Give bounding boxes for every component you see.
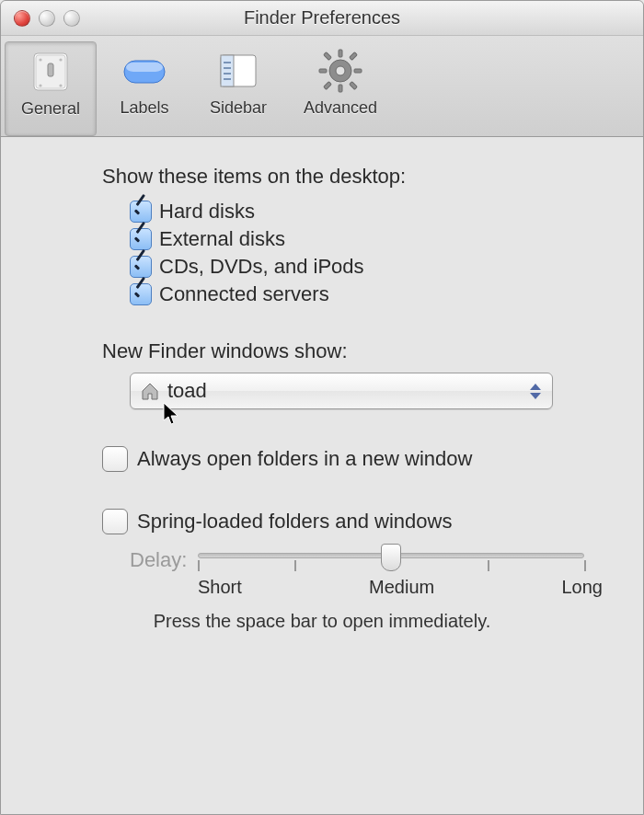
minimize-button[interactable] — [39, 10, 55, 27]
tab-general[interactable]: General — [5, 41, 97, 136]
preferences-window: Finder Preferences General — [0, 0, 644, 815]
popup-value: toad — [167, 379, 207, 403]
slider-thumb[interactable] — [381, 544, 401, 571]
slider-tick — [294, 560, 296, 571]
checkbox-external-disks[interactable] — [130, 228, 152, 250]
tab-label: Labels — [120, 98, 168, 118]
new-finder-window-popup[interactable]: toad — [130, 373, 553, 409]
sidebar-icon — [213, 45, 264, 97]
delay-slider[interactable] — [198, 544, 584, 577]
checkbox-row-external-disks: External disks — [130, 227, 606, 251]
tab-label: General — [21, 99, 80, 119]
label-pill-icon — [119, 45, 170, 97]
tab-label: Sidebar — [210, 98, 267, 118]
spring-loaded-hint: Press the space bar to open immediately. — [38, 611, 606, 632]
tab-advanced[interactable]: Advanced — [286, 41, 395, 136]
home-icon — [140, 381, 160, 401]
svg-rect-24 — [324, 82, 331, 89]
tick-label-medium: Medium — [242, 577, 562, 598]
checkbox-label: Always open folders in a new window — [137, 447, 472, 471]
svg-rect-20 — [354, 69, 362, 73]
checkbox-row-always-open: Always open folders in a new window — [102, 446, 606, 472]
checkbox-label: Connected servers — [159, 282, 329, 306]
svg-rect-19 — [319, 69, 327, 73]
checkbox-row-hard-disks: Hard disks — [130, 200, 606, 224]
close-button[interactable] — [14, 10, 30, 27]
checkbox-spring-loaded[interactable] — [102, 509, 128, 534]
checkbox-row-connected-servers: Connected servers — [130, 282, 606, 306]
tick-label-long: Long — [562, 577, 604, 598]
checkbox-label: Spring-loaded folders and windows — [137, 510, 452, 534]
svg-point-5 — [39, 84, 41, 86]
checkbox-row-cds-dvds-ipods: CDs, DVDs, and iPods — [130, 255, 606, 279]
svg-rect-23 — [350, 52, 357, 60]
slider-tick — [584, 560, 586, 571]
checkbox-label: External disks — [159, 227, 285, 251]
slider-tick — [198, 560, 200, 571]
svg-rect-21 — [324, 52, 331, 60]
checkbox-row-spring-loaded: Spring-loaded folders and windows — [102, 509, 606, 534]
checkbox-always-open-new-window[interactable] — [102, 446, 128, 472]
window-title: Finder Preferences — [1, 7, 643, 29]
gear-icon — [315, 45, 366, 97]
svg-rect-8 — [126, 63, 163, 72]
content-pane: Show these items on the desktop: Hard di… — [1, 137, 643, 650]
svg-point-4 — [59, 58, 62, 61]
switch-icon — [25, 46, 76, 98]
checkbox-label: Hard disks — [159, 200, 255, 224]
traffic-lights — [14, 10, 80, 27]
slider-tick — [488, 560, 489, 571]
tab-label: Advanced — [304, 98, 377, 118]
titlebar: Finder Preferences — [1, 1, 643, 36]
slider-tick-labels: Short Medium Long — [198, 577, 603, 598]
checkbox-label: CDs, DVDs, and iPods — [159, 255, 364, 279]
popup-arrows-icon — [524, 377, 546, 405]
svg-rect-22 — [350, 82, 357, 89]
checkbox-cds-dvds-ipods[interactable] — [130, 256, 152, 278]
tick-label-short: Short — [198, 577, 242, 598]
checkbox-connected-servers[interactable] — [130, 283, 152, 305]
svg-point-16 — [336, 66, 345, 75]
checkbox-hard-disks[interactable] — [130, 201, 152, 223]
tab-sidebar[interactable]: Sidebar — [192, 41, 284, 136]
delay-label: Delay: — [130, 548, 187, 572]
svg-point-6 — [59, 84, 62, 86]
svg-rect-10 — [221, 55, 234, 86]
svg-rect-2 — [48, 63, 53, 76]
zoom-button[interactable] — [63, 10, 80, 27]
delay-row: Delay: — [130, 544, 606, 577]
toolbar: General Labels S — [1, 36, 643, 137]
svg-point-3 — [39, 58, 41, 61]
tab-labels[interactable]: Labels — [98, 41, 190, 136]
svg-rect-17 — [339, 50, 342, 57]
desktop-items-heading: Show these items on the desktop: — [102, 165, 606, 189]
svg-rect-18 — [339, 85, 342, 92]
new-finder-heading: New Finder windows show: — [102, 339, 606, 363]
